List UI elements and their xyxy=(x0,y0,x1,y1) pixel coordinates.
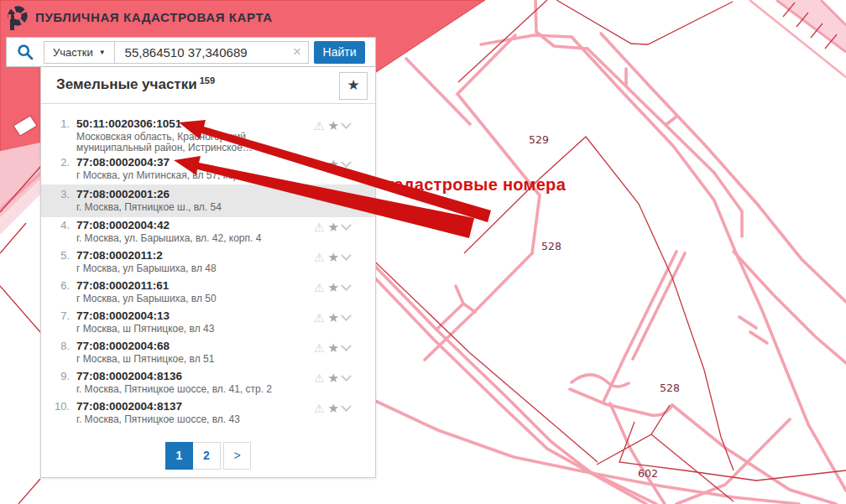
star-icon[interactable]: ★ xyxy=(328,340,339,356)
search-category-dropdown[interactable]: Участки ▼ xyxy=(44,42,115,63)
search-bar: Участки ▼ × Найти xyxy=(6,37,376,67)
cadastral-number[interactable]: 77:08:0002004:42 xyxy=(76,219,293,231)
item-address: г Москва, ш Пятницкое, вл 51 xyxy=(76,354,293,365)
cadastral-number[interactable]: 77:08:0002011:61 xyxy=(76,279,293,292)
chevron-down-icon[interactable] xyxy=(341,157,352,168)
item-address: г. Москва, Пятницкое шоссе, вл. 41, стр.… xyxy=(76,384,293,395)
item-index: 10. xyxy=(41,400,76,429)
list-item[interactable]: 5. 77:08:0002011:2 г Москва, ул Барышиха… xyxy=(41,247,375,278)
map-quarter-label: 528 xyxy=(660,382,680,394)
favorites-button[interactable]: ★ xyxy=(339,72,368,100)
item-index: 6. xyxy=(41,279,76,308)
item-address: г Москва, ул Митинская, вл 57, корп… xyxy=(76,170,293,181)
cadastral-number[interactable]: 77:08:0002004:37 xyxy=(76,156,293,169)
item-address: г. Москва, ул. Барышиха, вл. 42, корп. 4 xyxy=(76,233,293,244)
item-address: г Москва, ул Барышиха, вл 50 xyxy=(76,294,293,304)
warning-icon[interactable]: ⚠ xyxy=(314,402,325,415)
search-input[interactable] xyxy=(115,42,286,63)
chevron-down-icon[interactable] xyxy=(341,220,352,231)
item-index: 8. xyxy=(41,340,76,368)
star-icon[interactable]: ★ xyxy=(328,371,339,386)
item-index: 7. xyxy=(41,309,76,338)
warning-icon[interactable]: ⚠ xyxy=(314,341,325,355)
list-item-selected[interactable]: 3. 77:08:0002001:26 г. Москва, Пятницкое… xyxy=(41,184,375,217)
page-button-1[interactable]: 1 xyxy=(165,442,193,470)
chevron-down-icon: ▼ xyxy=(99,49,106,56)
star-icon[interactable]: ★ xyxy=(328,118,339,133)
results-title: Земельные участки xyxy=(56,76,197,92)
page-button-2[interactable]: 2 xyxy=(193,442,221,470)
map-quarter-label: 602 xyxy=(638,467,658,480)
warning-icon[interactable]: ⚠ xyxy=(314,281,325,294)
chevron-down-icon[interactable] xyxy=(341,189,352,200)
cadastral-number[interactable]: 77:08:0002004:8136 xyxy=(76,370,293,382)
find-button[interactable]: Найти xyxy=(314,41,365,64)
item-index: 4. xyxy=(41,219,76,247)
warning-icon[interactable]: ⚠ xyxy=(314,311,325,325)
item-index: 5. xyxy=(41,249,76,278)
results-header: Земельные участки159 ★ xyxy=(41,67,375,104)
item-address: г Москва, ул Барышиха, вл 48 xyxy=(76,263,293,274)
chevron-down-icon[interactable] xyxy=(341,310,352,321)
list-item[interactable]: 1. 50:11:0020306:1051 Московская область… xyxy=(41,116,375,154)
item-index: 3. xyxy=(41,188,76,217)
list-item[interactable]: 9. 77:08:0002004:8136 г. Москва, Пятницк… xyxy=(41,368,375,398)
warning-icon[interactable]: ⚠ xyxy=(314,372,325,385)
chevron-down-icon[interactable] xyxy=(341,118,352,129)
results-list: 1. 50:11:0020306:1051 Московская область… xyxy=(41,104,375,429)
list-item[interactable]: 2. 77:08:0002004:37 г Москва, ул Митинск… xyxy=(41,154,375,184)
item-address: Московская область, Красногорский муници… xyxy=(76,132,293,153)
list-item[interactable]: 7. 77:08:0002004:13 г Москва, ш Пятницко… xyxy=(41,308,375,338)
app-header: ПУБЛИЧНАЯ КАДАСТРОВАЯ КАРТА xyxy=(0,0,504,34)
page-title: ПУБЛИЧНАЯ КАДАСТРОВАЯ КАРТА xyxy=(35,10,273,24)
star-icon[interactable]: ★ xyxy=(328,401,339,416)
cadastral-number[interactable]: 77:08:0002004:13 xyxy=(76,309,293,322)
cadastral-number[interactable]: 77:08:0002001:26 xyxy=(76,188,293,200)
search-category-label: Участки xyxy=(53,46,93,59)
results-count: 159 xyxy=(200,75,215,86)
star-icon[interactable]: ★ xyxy=(328,250,339,265)
item-address: г. Москва, Пятницкое ш., вл. 54 xyxy=(76,202,293,213)
star-icon[interactable]: ★ xyxy=(328,157,339,172)
chevron-down-icon[interactable] xyxy=(341,250,352,261)
cadastral-number[interactable]: 50:11:0020306:1051 xyxy=(76,117,293,130)
cadastral-number[interactable]: 77:08:0002004:68 xyxy=(76,340,293,352)
item-index: 1. xyxy=(41,117,76,154)
cadastral-map-app: 529 528 528 602 ПУБЛИЧНАЯ КАДАСТРОВАЯ КА… xyxy=(0,0,846,504)
warning-icon[interactable]: ⚠ xyxy=(314,251,325,264)
warning-icon[interactable]: ⚠ xyxy=(314,119,325,132)
map-quarter-label: 528 xyxy=(541,240,561,252)
chevron-down-icon[interactable] xyxy=(341,401,352,412)
cadastral-number[interactable]: 77:08:0002004:8137 xyxy=(76,400,293,413)
chevron-down-icon[interactable] xyxy=(341,340,352,351)
list-item[interactable]: 6. 77:08:0002011:61 г Москва, ул Барыших… xyxy=(41,278,375,308)
star-icon[interactable]: ★ xyxy=(328,189,339,204)
results-panel: Земельные участки159 ★ 1. 50:11:0020306:… xyxy=(40,67,376,478)
search-combo: Участки ▼ × xyxy=(44,41,309,64)
annotation-label: кадастровые номера xyxy=(385,175,566,195)
item-index: 9. xyxy=(41,370,76,398)
search-icon[interactable] xyxy=(17,44,34,60)
list-item[interactable]: 8. 77:08:0002004:68 г Москва, ш Пятницко… xyxy=(41,338,375,368)
list-item[interactable]: 10. 77:08:0002004:8137 г. Москва, Пятниц… xyxy=(41,398,375,429)
cadastral-number[interactable]: 77:08:0002011:2 xyxy=(76,249,293,262)
list-item[interactable]: 4. 77:08:0002004:42 г. Москва, ул. Барыш… xyxy=(41,217,375,247)
pagination: 1 2 > xyxy=(41,442,375,470)
rosreestr-logo-icon xyxy=(7,6,29,31)
star-icon[interactable]: ★ xyxy=(328,310,339,325)
warning-icon[interactable]: ⚠ xyxy=(314,221,325,234)
clear-search-icon[interactable]: × xyxy=(286,44,308,60)
star-icon[interactable]: ★ xyxy=(328,220,339,235)
item-address: г Москва, ш Пятницкое, вл 43 xyxy=(76,324,293,335)
item-index: 2. xyxy=(41,156,76,184)
warning-icon[interactable]: ⚠ xyxy=(314,190,325,203)
map-quarter-label: 529 xyxy=(529,133,549,146)
item-address: г. Москва, Пятницкое шоссе, вл. 43 xyxy=(76,414,293,425)
warning-icon[interactable]: ⚠ xyxy=(314,158,325,171)
next-page-button[interactable]: > xyxy=(223,442,251,470)
star-icon[interactable]: ★ xyxy=(328,280,339,295)
chevron-down-icon[interactable] xyxy=(341,280,352,291)
chevron-down-icon[interactable] xyxy=(341,371,352,382)
